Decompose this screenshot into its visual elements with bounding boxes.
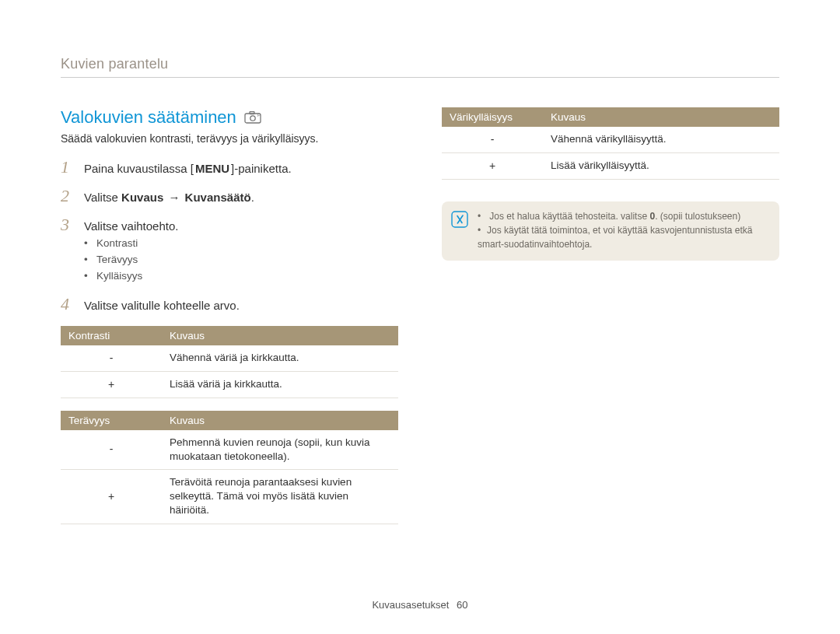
left-column: Valokuvien säätäminen P Säädä valokuvien… [61,107,398,524]
svg-point-2 [250,116,255,121]
table-header: Kuvaus [162,411,398,430]
table-header: Värikylläisyys [442,107,543,127]
menu-button-label: MENU [194,160,231,177]
sign-cell: - [61,345,162,371]
desc-cell: Vähennä väriä ja kirkkautta. [162,345,398,371]
table-header: Kuvaus [162,326,398,345]
step-4: 4 Valitse valitulle kohteelle arvo. [61,296,398,313]
table-row: - Vähennä väriä ja kirkkautta. [61,345,398,371]
desc-cell: Terävöitä reunoja parantaaksesi kuvien s… [162,469,398,524]
page-footer: Kuvausasetukset 60 [0,599,840,611]
step-text: Valitse Kuvaus → Kuvansäätö. [84,189,254,205]
desc-cell: Vähennä värikylläisyyttä. [543,127,779,152]
info-icon [451,211,468,251]
section-title-text: Valokuvien säätäminen [61,107,236,128]
camera-icon: P [244,111,261,124]
bullet-item: Kontrasti [84,236,178,252]
arrow-right-icon: → [166,191,181,204]
table-header: Kuvaus [543,107,779,127]
svg-rect-1 [250,112,254,114]
table-kontrasti: Kontrasti Kuvaus - Vähennä väriä ja kirk… [61,326,398,398]
desc-cell: Lisää värikylläisyyttä. [543,152,779,179]
page-number: 60 [457,599,467,611]
step-number: 4 [61,296,75,313]
table-varikyllaisyys: Värikylläisyys Kuvaus - Vähennä värikyll… [442,107,779,180]
step-number: 2 [61,187,75,205]
option-bullets: Kontrasti Terävyys Kylläisyys [84,236,178,285]
table-row: + Lisää värikylläisyyttä. [442,152,779,179]
note-item: Jos et halua käyttää tehosteita. valitse… [478,209,768,223]
note-item: Jos käytät tätä toimintoa, et voi käyttä… [478,223,768,251]
section-subtitle: Säädä valokuvien kontrasti, terävyys ja … [61,132,398,145]
sign-cell: + [61,371,162,398]
step-text: Paina kuvaustilassa [MENU]-painiketta. [84,160,292,177]
step-2: 2 Valitse Kuvaus → Kuvansäätö. [61,187,398,205]
note-list: Jos et halua käyttää tehosteita. valitse… [478,209,768,251]
bullet-item: Kylläisyys [84,268,178,285]
sign-cell: - [442,127,543,152]
desc-cell: Lisää väriä ja kirkkautta. [162,371,398,398]
sign-cell: + [442,152,543,179]
steps-list: 1 Paina kuvaustilassa [MENU]-painiketta.… [61,159,398,313]
right-column: Värikylläisyys Kuvaus - Vähennä värikyll… [442,107,779,524]
step-text: Valitse valitulle kohteelle arvo. [84,297,240,313]
breadcrumb: Kuvien parantelu [61,56,779,78]
bullet-item: Terävyys [84,252,178,268]
desc-cell: Pehmennä kuvien reunoja (sopii, kun kuvi… [162,430,398,470]
section-title: Valokuvien säätäminen P [61,107,398,128]
table-teravyys: Terävyys Kuvaus - Pehmennä kuvien reunoj… [61,411,398,524]
note-box: Jos et halua käyttää tehosteita. valitse… [442,201,779,261]
table-row: + Lisää väriä ja kirkkautta. [61,371,398,398]
svg-text:P: P [257,113,261,117]
step-3: 3 Valitse vaihtoehto. Kontrasti Terävyys… [61,216,398,285]
table-row: + Terävöitä reunoja parantaaksesi kuvien… [61,469,398,524]
table-header: Terävyys [61,411,162,430]
step-number: 1 [61,159,75,176]
sign-cell: + [61,469,162,524]
footer-section: Kuvausasetukset [372,599,449,611]
table-header: Kontrasti [61,326,162,345]
step-text: Valitse vaihtoehto. Kontrasti Terävyys K… [84,218,178,285]
table-row: - Pehmennä kuvien reunoja (sopii, kun ku… [61,430,398,470]
table-row: - Vähennä värikylläisyyttä. [442,127,779,152]
sign-cell: - [61,430,162,470]
step-number: 3 [61,216,75,233]
step-1: 1 Paina kuvaustilassa [MENU]-painiketta. [61,159,398,177]
